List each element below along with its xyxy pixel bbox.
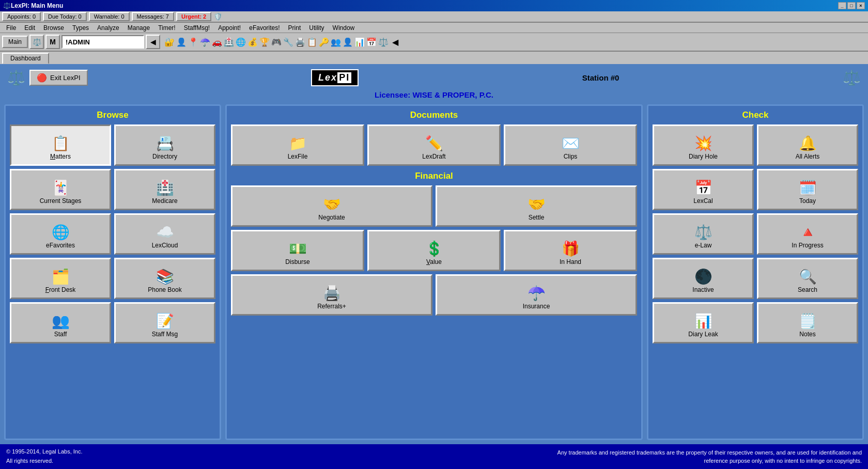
tb-icon-6[interactable]: 🏥 [223,36,235,48]
licensee-row: Licensee: WISE & PROPER, P.C. [2,89,866,102]
allalerts-label: All Alerts [796,153,820,160]
efavorites-icon [52,225,70,240]
inprogress-icon [799,225,817,240]
settle-button[interactable]: Settle [436,185,637,227]
medicare-label: Medicare [152,197,177,205]
lexdraft-button[interactable]: LexDraft [367,124,501,166]
tb-icon-2[interactable]: 👤 [176,36,187,48]
browse-title: Browse [10,110,215,120]
tb-icon-9[interactable]: 🏆 [259,36,270,48]
menu-efavorites[interactable]: eFavorites! [245,23,284,33]
toolbar-icon-scales[interactable]: ⚖️ [29,35,44,49]
menu-print[interactable]: Print [284,23,305,33]
current-stages-button[interactable]: Current Stages [10,169,111,210]
header-scales-icon: ⚖️ [7,69,25,86]
exit-button[interactable]: 🔴 Exit LexPI [29,70,88,86]
front-desk-button[interactable]: Front Desk [10,258,111,299]
today-button[interactable]: Today [757,169,858,210]
tb-icon-17[interactable]: 📊 [354,36,365,48]
efavorites-button[interactable]: eFavorites [10,213,111,255]
tb-icon-12[interactable]: 🖨️ [295,36,306,48]
menu-staffmsg[interactable]: StaffMsg! [180,23,214,33]
in-progress-button[interactable]: In Progress [757,213,858,255]
menu-analyze[interactable]: Analyze [93,23,123,33]
menu-types[interactable]: Types [68,23,93,33]
tb-icon-11[interactable]: 🔧 [283,36,294,48]
inhand-button[interactable]: In Hand [504,230,637,271]
toolbar-back-button[interactable]: ◀ [146,35,160,49]
maximize-button[interactable]: □ [847,2,856,9]
diary-hole-button[interactable]: Diary Hole [653,124,754,166]
phonebook-icon [156,270,174,284]
appoints-button[interactable]: Appoints: 0 [2,12,41,21]
exit-arrow-icon: 🔴 [37,73,47,83]
tb-icon-13[interactable]: 📋 [306,36,318,48]
staff-button[interactable]: Staff [10,302,111,343]
elaw-label: e-Law [695,242,712,249]
disburse-button[interactable]: Disburse [231,230,364,271]
lexcal-button[interactable]: LexCal [653,169,754,210]
elaw-button[interactable]: e-Law [653,213,754,255]
dashboard-tab[interactable]: Dashboard [2,53,49,64]
menu-manage[interactable]: Manage [123,23,154,33]
referrals-button[interactable]: Referrals+ [231,274,432,316]
tb-icon-18[interactable]: 📅 [366,36,377,48]
all-alerts-button[interactable]: All Alerts [757,124,858,166]
matters-button[interactable]: Matters [10,124,111,166]
inactive-button[interactable]: Inactive [653,258,754,299]
medicare-icon [156,181,174,195]
toolbar-icon-m[interactable]: M [45,35,60,49]
staff-msg-button[interactable]: Staff Msg [114,302,215,343]
elaw-icon [694,225,712,240]
menu-window[interactable]: Window [329,23,359,33]
matters-label: Matters [50,153,71,160]
tb-icon-7[interactable]: 🌐 [235,36,246,48]
menu-browse[interactable]: Browse [39,23,68,33]
allalerts-icon [799,136,817,151]
tb-icon-15[interactable]: 👥 [330,36,342,48]
urgent-button[interactable]: Urgent: 2 [176,12,211,21]
browse-button-grid: Matters Directory Current Stages Medicar… [10,124,215,343]
efavorites-label: eFavorites [46,242,75,249]
menu-timer[interactable]: Timer! [154,23,180,33]
medicare-button[interactable]: Medicare [114,169,215,210]
phone-book-button[interactable]: Phone Book [114,258,215,299]
tb-icon-5[interactable]: 🚗 [211,36,223,48]
tb-icon-19[interactable]: ⚖️ [378,36,389,48]
diaryleak-icon [694,314,712,329]
menu-appoint[interactable]: Appoint! [214,23,245,33]
search-button[interactable]: Search [757,258,858,299]
negotiate-button[interactable]: Negotiate [231,185,432,227]
financial-title: Financial [231,171,637,181]
warnable-button[interactable]: Warnable: 0 [89,12,130,21]
tb-icon-20[interactable]: ◀ [390,36,401,48]
tb-icon-3[interactable]: 📍 [188,36,199,48]
main-tab[interactable]: Main [2,36,28,48]
menu-file[interactable]: File [2,23,20,33]
menu-edit[interactable]: Edit [20,23,39,33]
insurance-button[interactable]: Insurance [436,274,637,316]
tb-icon-16[interactable]: 👤 [342,36,353,48]
menu-utility[interactable]: Utility [305,23,328,33]
footer-left: © 1995-2014, Legal Labs, Inc. All rights… [6,447,83,465]
tb-icon-10[interactable]: 🎮 [271,36,282,48]
close-button[interactable]: × [857,2,865,9]
minimize-button[interactable]: _ [838,2,846,9]
value-icon [425,242,443,256]
diary-leak-button[interactable]: Diary Leak [653,302,754,343]
phonebook-label: Phone Book [148,286,181,293]
clips-button[interactable]: Clips [504,124,637,166]
tb-icon-14[interactable]: 🔑 [318,36,330,48]
insurance-icon [528,286,546,301]
tb-icon-4[interactable]: ☂️ [199,36,211,48]
notes-button[interactable]: Notes [757,302,858,343]
directory-button[interactable]: Directory [114,124,215,166]
value-button[interactable]: Value [367,230,501,271]
tb-icon-1[interactable]: 🔐 [164,36,175,48]
clips-label: Clips [564,153,578,160]
lexfile-button[interactable]: LexFile [231,124,364,166]
lexcloud-button[interactable]: LexCloud [114,213,215,255]
tb-icon-8[interactable]: 💰 [247,36,258,48]
messages-button[interactable]: Messages: 7 [132,12,174,21]
due-today-button[interactable]: Due Today: 0 [43,12,87,21]
